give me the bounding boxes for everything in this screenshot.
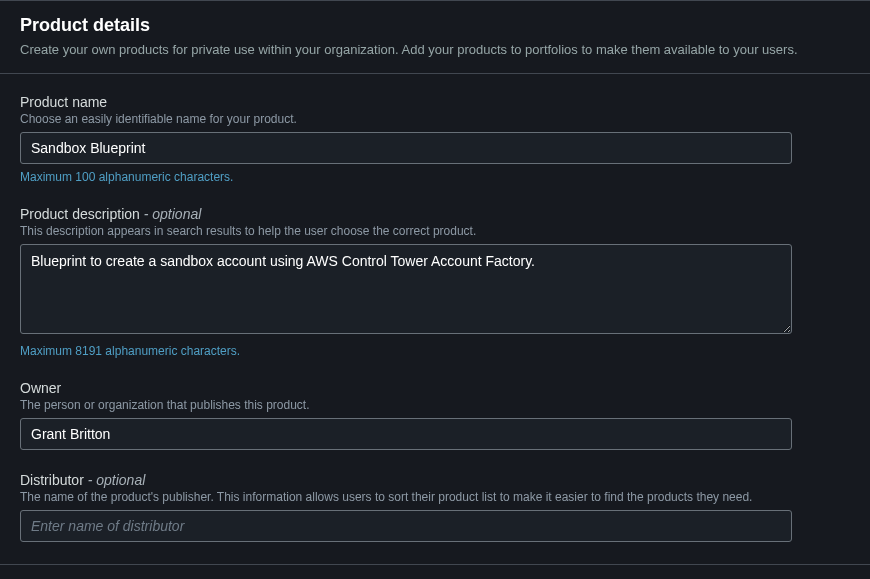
optional-suffix: - optional <box>84 472 145 488</box>
product-description-input[interactable]: Blueprint to create a sandbox account us… <box>20 244 792 334</box>
product-description-label-text: Product description <box>20 206 140 222</box>
distributor-input[interactable] <box>20 510 792 542</box>
distributor-field: Distributor - optional The name of the p… <box>20 472 850 542</box>
product-name-label: Product name <box>20 94 850 110</box>
owner-field: Owner The person or organization that pu… <box>20 380 850 450</box>
product-name-input[interactable] <box>20 132 792 164</box>
owner-label: Owner <box>20 380 850 396</box>
product-description-field: Product description - optional This desc… <box>20 206 850 358</box>
owner-hint: The person or organization that publishe… <box>20 398 850 412</box>
distributor-label: Distributor - optional <box>20 472 850 488</box>
owner-input[interactable] <box>20 418 792 450</box>
product-name-hint: Choose an easily identifiable name for y… <box>20 112 850 126</box>
distributor-hint: The name of the product's publisher. Thi… <box>20 490 850 504</box>
distributor-label-text: Distributor <box>20 472 84 488</box>
product-details-panel: Product details Create your own products… <box>0 0 870 565</box>
product-description-constraint: Maximum 8191 alphanumeric characters. <box>20 344 850 358</box>
page-title: Product details <box>20 15 850 36</box>
product-description-hint: This description appears in search resul… <box>20 224 850 238</box>
product-name-constraint: Maximum 100 alphanumeric characters. <box>20 170 850 184</box>
optional-suffix: - optional <box>140 206 201 222</box>
page-subtitle: Create your own products for private use… <box>20 42 850 57</box>
product-description-label: Product description - optional <box>20 206 850 222</box>
panel-header: Product details Create your own products… <box>0 1 870 74</box>
product-name-field: Product name Choose an easily identifiab… <box>20 94 850 184</box>
form-body: Product name Choose an easily identifiab… <box>0 74 870 542</box>
